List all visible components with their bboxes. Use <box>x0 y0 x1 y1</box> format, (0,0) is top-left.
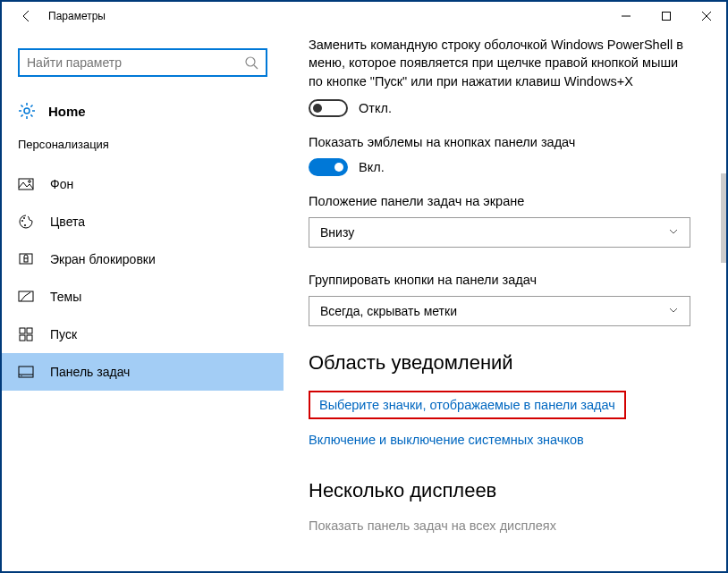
svg-point-17 <box>24 224 26 226</box>
badges-toggle[interactable] <box>309 158 348 176</box>
svg-point-27 <box>21 375 21 376</box>
sidebar-item-label: Темы <box>50 290 81 304</box>
svg-rect-21 <box>20 328 25 333</box>
brush-icon <box>18 289 34 305</box>
svg-point-15 <box>21 220 23 222</box>
sidebar-item-label: Фон <box>50 177 73 191</box>
sidebar-item-themes[interactable]: Темы <box>2 278 284 316</box>
scrollbar[interactable] <box>721 173 726 263</box>
sidebar-item-label: Панель задач <box>50 365 130 379</box>
system-icons-link[interactable]: Включение и выключение системных значков <box>309 433 584 447</box>
position-select[interactable]: Внизу <box>309 217 690 248</box>
group-value: Всегда, скрывать метки <box>320 304 457 318</box>
window-title: Параметры <box>48 10 106 22</box>
lock-icon <box>18 251 34 267</box>
sidebar-item-label: Пуск <box>50 327 77 341</box>
svg-point-2 <box>246 57 255 66</box>
home-label: Home <box>48 104 86 119</box>
svg-line-11 <box>21 114 23 116</box>
svg-point-14 <box>29 181 31 183</box>
svg-rect-23 <box>20 335 25 341</box>
svg-line-12 <box>30 105 32 107</box>
search-input[interactable] <box>27 55 244 70</box>
sidebar-item-start[interactable]: Пуск <box>2 316 284 353</box>
taskbar-icon <box>18 364 34 380</box>
svg-point-16 <box>23 217 25 219</box>
toggle-on-label: Вкл. <box>359 160 385 174</box>
svg-rect-25 <box>19 367 33 377</box>
svg-line-3 <box>254 65 258 69</box>
svg-rect-1 <box>662 13 670 21</box>
position-label: Положение панели задач на экране <box>309 194 690 208</box>
svg-rect-19 <box>24 258 28 262</box>
sidebar-item-label: Цвета <box>50 215 85 229</box>
svg-line-10 <box>30 114 32 116</box>
sidebar-item-taskbar[interactable]: Панель задач <box>2 353 284 391</box>
svg-line-9 <box>21 105 23 107</box>
select-icons-link[interactable]: Выберите значки, отображаемые в панели з… <box>309 391 626 419</box>
svg-point-4 <box>24 108 30 114</box>
toggle-off-label: Откл. <box>359 101 392 115</box>
picture-icon <box>18 176 34 192</box>
sidebar-item-lockscreen[interactable]: Экран блокировки <box>2 240 284 278</box>
group-label: Группировать кнопки на панели задач <box>309 273 690 287</box>
position-value: Внизу <box>320 225 354 240</box>
search-box[interactable] <box>18 48 267 77</box>
powershell-description: Заменить командную строку оболочкой Wind… <box>309 36 690 90</box>
start-icon <box>18 326 34 342</box>
main-content: Заменить командную строку оболочкой Wind… <box>284 30 726 571</box>
sidebar-item-label: Экран блокировки <box>50 252 156 266</box>
svg-rect-22 <box>27 328 32 333</box>
section-label: Персонализация <box>2 134 284 165</box>
sidebar-item-background[interactable]: Фон <box>2 165 284 203</box>
search-icon <box>244 55 258 70</box>
notification-area-heading: Область уведомлений <box>309 351 690 375</box>
gear-icon <box>18 102 36 120</box>
group-select[interactable]: Всегда, скрывать метки <box>309 296 690 326</box>
chevron-down-icon <box>668 225 679 240</box>
maximize-button[interactable] <box>646 2 686 30</box>
svg-rect-24 <box>27 335 32 341</box>
svg-rect-20 <box>19 291 33 301</box>
sidebar: Home Персонализация Фон Цвета Экран б <box>2 30 284 571</box>
powershell-toggle[interactable] <box>309 99 348 117</box>
palette-icon <box>18 214 34 230</box>
back-button[interactable] <box>9 2 45 30</box>
minimize-button[interactable] <box>605 2 646 30</box>
badges-label: Показать эмблемы на кнопках панели задач <box>309 135 690 149</box>
titlebar: Параметры <box>2 2 726 30</box>
svg-rect-13 <box>19 179 33 190</box>
close-button[interactable] <box>686 2 726 30</box>
multi-displays-description: Показать панель задач на всех дисплеях <box>309 518 690 533</box>
home-row[interactable]: Home <box>2 95 284 134</box>
sidebar-item-colors[interactable]: Цвета <box>2 203 284 240</box>
chevron-down-icon <box>668 304 679 318</box>
multiple-displays-heading: Несколько дисплеев <box>309 479 690 502</box>
